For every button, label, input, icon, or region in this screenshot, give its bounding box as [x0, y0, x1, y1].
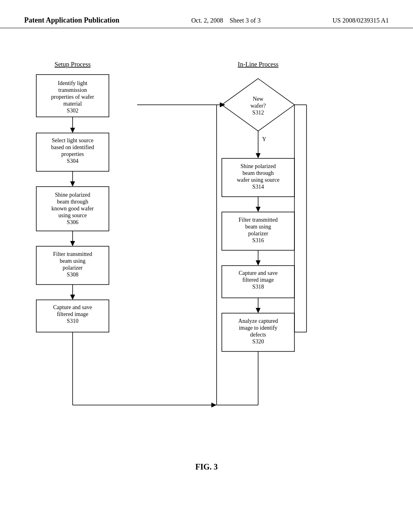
svg-text:S304: S304 [67, 158, 79, 164]
svg-text:S320: S320 [252, 339, 264, 345]
svg-text:transmission: transmission [58, 87, 87, 93]
flowchart-svg: Setup Process In-Line Process Identify l… [0, 28, 413, 504]
svg-text:Capture and save: Capture and save [53, 304, 92, 310]
svg-text:Y: Y [262, 136, 266, 142]
svg-text:based on identified: based on identified [51, 144, 94, 150]
svg-text:S308: S308 [67, 272, 79, 278]
fig-label: FIG. 3 [195, 462, 218, 471]
svg-text:S318: S318 [252, 284, 264, 290]
svg-text:S310: S310 [67, 318, 79, 324]
publication-date-sheet: Oct. 2, 2008 Sheet 3 of 3 [191, 17, 261, 24]
svg-marker-50 [256, 260, 261, 266]
diagram-area: Setup Process In-Line Process Identify l… [0, 28, 413, 504]
svg-text:Identify light: Identify light [58, 80, 88, 86]
svg-marker-11 [70, 181, 75, 187]
svg-text:properties: properties [61, 151, 84, 157]
svg-text:filtered image: filtered image [57, 311, 88, 317]
svg-text:S306: S306 [67, 219, 79, 225]
svg-text:S314: S314 [252, 184, 264, 190]
svg-text:known good wafer: known good wafer [52, 206, 94, 212]
svg-text:New: New [253, 96, 264, 102]
svg-text:properties of wafer: properties of wafer [51, 94, 94, 100]
svg-text:S302: S302 [67, 108, 79, 114]
svg-text:S312: S312 [252, 110, 264, 116]
svg-text:image to identify: image to identify [239, 325, 277, 331]
svg-text:using source: using source [58, 212, 87, 218]
svg-text:Filter transmitted: Filter transmitted [239, 217, 278, 223]
svg-text:Select light source: Select light source [52, 137, 93, 143]
svg-marker-5 [70, 128, 75, 133]
publication-title: Patent Application Publication [24, 16, 119, 25]
svg-text:wafer using source: wafer using source [237, 177, 280, 183]
svg-text:defects: defects [250, 332, 266, 338]
svg-text:Analyze captured: Analyze captured [238, 318, 278, 324]
svg-text:Shine polarized: Shine polarized [240, 163, 275, 169]
svg-marker-55 [256, 308, 261, 313]
svg-marker-24 [70, 295, 75, 300]
svg-text:polarizer: polarizer [63, 265, 83, 271]
svg-text:Capture and save: Capture and save [239, 270, 277, 276]
setup-label: Setup Process [54, 61, 90, 68]
svg-text:beam through: beam through [242, 170, 273, 176]
svg-text:beam using: beam using [60, 258, 86, 264]
page-header: Patent Application Publication Oct. 2, 2… [0, 0, 413, 28]
patent-number: US 2008/0239315 A1 [332, 17, 389, 24]
svg-marker-18 [70, 241, 75, 246]
svg-marker-44 [256, 207, 261, 212]
svg-text:S316: S316 [252, 237, 264, 243]
svg-marker-30 [211, 403, 217, 407]
svg-text:wafer?: wafer? [250, 103, 266, 109]
svg-text:Filter transmitted: Filter transmitted [53, 251, 92, 257]
svg-text:beam using: beam using [245, 224, 271, 230]
svg-text:material: material [63, 101, 82, 107]
svg-text:filtered image: filtered image [242, 277, 274, 283]
svg-text:beam through: beam through [57, 199, 88, 205]
svg-text:Shine polarized: Shine polarized [55, 192, 90, 198]
svg-text:polarizer: polarizer [248, 231, 268, 237]
svg-marker-38 [256, 153, 261, 158]
inline-label: In-Line Process [238, 61, 279, 68]
